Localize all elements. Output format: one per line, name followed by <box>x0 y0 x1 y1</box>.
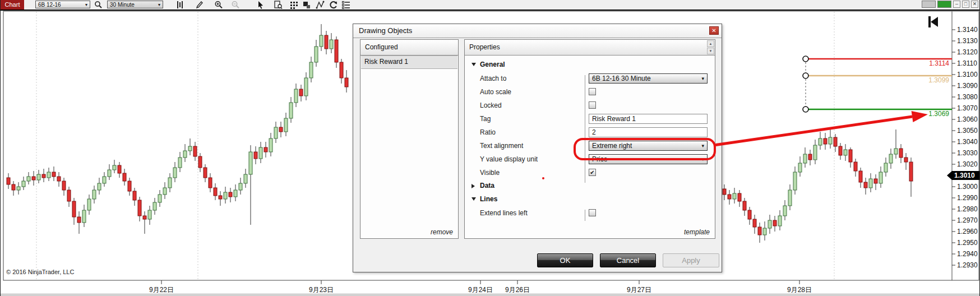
chevron-down-icon: ▾ <box>158 1 160 8</box>
property-label: Y value display unit <box>480 155 538 163</box>
triangle-down-icon[interactable] <box>471 63 476 66</box>
minimize-button[interactable]: – <box>953 1 960 8</box>
zigzag-icon[interactable] <box>316 1 325 9</box>
pencil-icon[interactable] <box>195 1 204 9</box>
svg-text:1.3120: 1.3120 <box>957 48 978 56</box>
property-row-tag: TagRisk Reward 1 <box>465 112 715 126</box>
svg-text:1.3080: 1.3080 <box>957 93 978 101</box>
zoom-in-icon[interactable] <box>214 1 223 9</box>
section-label: Lines <box>480 195 497 203</box>
configured-item-risk-reward-1[interactable]: Risk Reward 1 <box>361 55 457 69</box>
date-label: 9月23日 <box>309 286 334 294</box>
window-controls: – □ ✕ <box>922 1 978 8</box>
remove-link[interactable]: remove <box>431 228 453 236</box>
property-label: Text alignment <box>480 142 523 150</box>
attach-to-select[interactable]: 6B 12-16 30 Minute▾ <box>589 73 708 84</box>
property-label: Auto scale <box>480 88 511 96</box>
price-level-label: 1.3114 <box>929 59 949 67</box>
visible-checkbox[interactable]: ✔ <box>589 169 596 176</box>
tag-input[interactable]: Risk Reward 1 <box>589 114 708 124</box>
auto-scale-checkbox[interactable] <box>589 88 596 95</box>
configured-header: Configured <box>360 40 458 55</box>
date-label: 9月28日 <box>787 286 812 294</box>
dialog-close-icon[interactable]: ✕ <box>709 26 719 35</box>
instrument-dropdown[interactable]: 6B 12-16 ▾ <box>35 1 90 8</box>
property-row-attach-to: Attach to6B 12-16 30 Minute▾ <box>465 72 715 85</box>
triangle-right-icon[interactable] <box>471 184 475 188</box>
anchor-handle[interactable] <box>803 107 808 112</box>
svg-text:1.3070: 1.3070 <box>957 104 978 112</box>
section-header-lines[interactable]: Lines <box>465 193 715 206</box>
svg-text:1.2930: 1.2930 <box>957 261 978 269</box>
apply-button[interactable]: Apply <box>663 253 719 267</box>
chart-toolbar: Chart 6B 12-16 ▾ 30 Minute ▾ <box>1 0 979 11</box>
instrument-value: 6B 12-16 <box>38 1 61 8</box>
scroll-up-icon[interactable]: ▲ <box>707 40 714 47</box>
cancel-button[interactable]: Cancel <box>600 253 656 267</box>
locked-checkbox[interactable] <box>589 101 596 109</box>
svg-text:1.3050: 1.3050 <box>957 127 978 135</box>
svg-text:1.3030: 1.3030 <box>957 149 978 157</box>
list-icon[interactable] <box>341 1 350 9</box>
cursor-icon[interactable] <box>256 1 265 9</box>
svg-text:1.3130: 1.3130 <box>957 37 978 45</box>
chart-trader-icon[interactable] <box>274 1 283 9</box>
svg-text:1.2940: 1.2940 <box>957 250 978 258</box>
zoom-out-icon[interactable] <box>231 1 240 9</box>
property-label: Attach to <box>480 75 506 82</box>
close-button[interactable]: ✕ <box>971 1 978 8</box>
reload-icon[interactable] <box>329 1 338 9</box>
interval-dropdown[interactable]: 30 Minute ▾ <box>107 1 163 8</box>
candlestick-chart-icon[interactable] <box>175 1 184 9</box>
svg-text:1.3110: 1.3110 <box>957 59 977 67</box>
section-header-data[interactable]: Data <box>465 179 715 193</box>
collapse-panel-icon[interactable] <box>927 16 940 28</box>
anchor-handle[interactable] <box>803 56 808 62</box>
triangle-down-icon[interactable] <box>471 197 476 201</box>
date-label: 9月26日 <box>505 286 530 294</box>
date-label: 9月22日 <box>149 286 174 294</box>
property-row-visible: Visible✔ <box>465 166 715 179</box>
select-value: 6B 12-16 30 Minute <box>592 75 651 82</box>
properties-header: Properties ▲ ▼ <box>465 40 715 55</box>
dialog-title: Drawing Objects <box>353 24 722 38</box>
chevron-down-icon: ▾ <box>701 76 704 81</box>
property-row-locked: Locked <box>465 99 715 112</box>
property-row-ratio: Ratio2 <box>465 126 715 139</box>
date-label: 9月27日 <box>627 286 651 294</box>
scroll-down-icon[interactable]: ▼ <box>707 48 714 54</box>
section-label: General <box>480 61 505 68</box>
property-label: Ratio <box>480 128 496 136</box>
svg-text:1.3010: 1.3010 <box>954 172 975 179</box>
template-link[interactable]: template <box>684 228 710 236</box>
properties-scrollbar[interactable]: ▲ ▼ <box>707 40 714 54</box>
maximize-button[interactable]: □ <box>962 1 969 8</box>
anchor-handle[interactable] <box>803 73 808 78</box>
search-icon[interactable] <box>94 1 103 9</box>
ok-button[interactable]: OK <box>537 253 593 267</box>
grid-separator <box>585 75 585 183</box>
annotation-dot <box>542 177 544 179</box>
extend-lines-left-checkbox[interactable] <box>589 209 596 216</box>
property-row-extend-lines-left: Extend lines left <box>465 206 715 220</box>
chart-tab[interactable]: Chart <box>1 0 24 10</box>
annotation-highlight-rect <box>574 138 716 160</box>
svg-text:1.3060: 1.3060 <box>957 115 978 123</box>
svg-text:1.3090: 1.3090 <box>957 82 978 90</box>
grid-icon[interactable] <box>289 1 298 9</box>
interval-value: 30 Minute <box>110 1 135 8</box>
section-label: Data <box>480 182 494 189</box>
properties-header-label: Properties <box>469 43 500 51</box>
section-header-general[interactable]: General <box>465 58 715 72</box>
svg-text:1.2960: 1.2960 <box>957 228 978 235</box>
configured-panel: Configured Risk Reward 1 remove <box>360 39 459 239</box>
ratio-input[interactable]: 2 <box>589 127 708 137</box>
svg-text:1.3040: 1.3040 <box>957 138 978 146</box>
property-label: Tag <box>480 115 491 123</box>
layout-icon[interactable] <box>302 1 311 9</box>
workspace-green-indicator[interactable] <box>937 1 951 8</box>
dialog-titlebar[interactable]: Drawing Objects ✕ <box>353 24 722 38</box>
svg-text:1.3000: 1.3000 <box>957 183 978 191</box>
workspace-grey-indicator[interactable] <box>922 1 936 8</box>
svg-text:1.3100: 1.3100 <box>957 71 978 78</box>
